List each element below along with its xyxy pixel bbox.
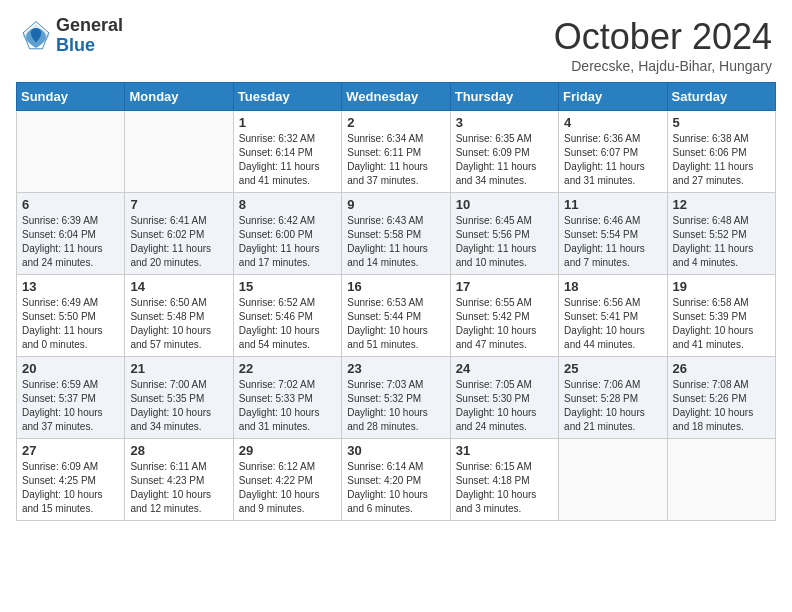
calendar-cell: 23Sunrise: 7:03 AMSunset: 5:32 PMDayligh… — [342, 357, 450, 439]
day-info: Sunrise: 6:32 AMSunset: 6:14 PMDaylight:… — [239, 132, 336, 188]
week-row-4: 20Sunrise: 6:59 AMSunset: 5:37 PMDayligh… — [17, 357, 776, 439]
week-row-3: 13Sunrise: 6:49 AMSunset: 5:50 PMDayligh… — [17, 275, 776, 357]
page-header: General Blue October 2024 Derecske, Hajd… — [0, 0, 792, 82]
weekday-header-thursday: Thursday — [450, 83, 558, 111]
day-info: Sunrise: 6:11 AMSunset: 4:23 PMDaylight:… — [130, 460, 227, 516]
day-info: Sunrise: 6:12 AMSunset: 4:22 PMDaylight:… — [239, 460, 336, 516]
calendar-cell — [125, 111, 233, 193]
calendar-cell: 11Sunrise: 6:46 AMSunset: 5:54 PMDayligh… — [559, 193, 667, 275]
day-info: Sunrise: 6:42 AMSunset: 6:00 PMDaylight:… — [239, 214, 336, 270]
week-row-1: 1Sunrise: 6:32 AMSunset: 6:14 PMDaylight… — [17, 111, 776, 193]
day-number: 13 — [22, 279, 119, 294]
week-row-2: 6Sunrise: 6:39 AMSunset: 6:04 PMDaylight… — [17, 193, 776, 275]
day-number: 3 — [456, 115, 553, 130]
title-area: October 2024 Derecske, Hajdu-Bihar, Hung… — [554, 16, 772, 74]
day-number: 16 — [347, 279, 444, 294]
day-info: Sunrise: 6:56 AMSunset: 5:41 PMDaylight:… — [564, 296, 661, 352]
calendar-cell: 10Sunrise: 6:45 AMSunset: 5:56 PMDayligh… — [450, 193, 558, 275]
calendar-cell: 30Sunrise: 6:14 AMSunset: 4:20 PMDayligh… — [342, 439, 450, 521]
calendar-cell — [559, 439, 667, 521]
calendar-cell: 13Sunrise: 6:49 AMSunset: 5:50 PMDayligh… — [17, 275, 125, 357]
day-info: Sunrise: 6:14 AMSunset: 4:20 PMDaylight:… — [347, 460, 444, 516]
day-number: 10 — [456, 197, 553, 212]
day-number: 27 — [22, 443, 119, 458]
day-info: Sunrise: 6:09 AMSunset: 4:25 PMDaylight:… — [22, 460, 119, 516]
calendar-cell: 19Sunrise: 6:58 AMSunset: 5:39 PMDayligh… — [667, 275, 775, 357]
calendar-cell — [667, 439, 775, 521]
calendar-cell: 17Sunrise: 6:55 AMSunset: 5:42 PMDayligh… — [450, 275, 558, 357]
day-info: Sunrise: 6:35 AMSunset: 6:09 PMDaylight:… — [456, 132, 553, 188]
day-number: 31 — [456, 443, 553, 458]
day-info: Sunrise: 6:36 AMSunset: 6:07 PMDaylight:… — [564, 132, 661, 188]
calendar-table: SundayMondayTuesdayWednesdayThursdayFrid… — [16, 82, 776, 521]
calendar-cell: 15Sunrise: 6:52 AMSunset: 5:46 PMDayligh… — [233, 275, 341, 357]
day-info: Sunrise: 6:39 AMSunset: 6:04 PMDaylight:… — [22, 214, 119, 270]
calendar-cell: 8Sunrise: 6:42 AMSunset: 6:00 PMDaylight… — [233, 193, 341, 275]
calendar-cell: 7Sunrise: 6:41 AMSunset: 6:02 PMDaylight… — [125, 193, 233, 275]
calendar-cell: 24Sunrise: 7:05 AMSunset: 5:30 PMDayligh… — [450, 357, 558, 439]
calendar-cell: 6Sunrise: 6:39 AMSunset: 6:04 PMDaylight… — [17, 193, 125, 275]
calendar-cell: 22Sunrise: 7:02 AMSunset: 5:33 PMDayligh… — [233, 357, 341, 439]
day-number: 17 — [456, 279, 553, 294]
day-info: Sunrise: 6:53 AMSunset: 5:44 PMDaylight:… — [347, 296, 444, 352]
calendar-cell: 27Sunrise: 6:09 AMSunset: 4:25 PMDayligh… — [17, 439, 125, 521]
calendar-cell: 12Sunrise: 6:48 AMSunset: 5:52 PMDayligh… — [667, 193, 775, 275]
day-info: Sunrise: 7:00 AMSunset: 5:35 PMDaylight:… — [130, 378, 227, 434]
calendar-cell: 9Sunrise: 6:43 AMSunset: 5:58 PMDaylight… — [342, 193, 450, 275]
day-number: 14 — [130, 279, 227, 294]
calendar-cell — [17, 111, 125, 193]
calendar-cell: 25Sunrise: 7:06 AMSunset: 5:28 PMDayligh… — [559, 357, 667, 439]
logo: General Blue — [20, 16, 123, 56]
day-number: 12 — [673, 197, 770, 212]
month-title: October 2024 — [554, 16, 772, 58]
logo-general: General — [56, 16, 123, 36]
day-number: 6 — [22, 197, 119, 212]
day-info: Sunrise: 6:41 AMSunset: 6:02 PMDaylight:… — [130, 214, 227, 270]
calendar-cell: 26Sunrise: 7:08 AMSunset: 5:26 PMDayligh… — [667, 357, 775, 439]
day-number: 19 — [673, 279, 770, 294]
day-info: Sunrise: 6:52 AMSunset: 5:46 PMDaylight:… — [239, 296, 336, 352]
day-info: Sunrise: 7:06 AMSunset: 5:28 PMDaylight:… — [564, 378, 661, 434]
day-number: 29 — [239, 443, 336, 458]
day-info: Sunrise: 7:02 AMSunset: 5:33 PMDaylight:… — [239, 378, 336, 434]
day-info: Sunrise: 6:59 AMSunset: 5:37 PMDaylight:… — [22, 378, 119, 434]
day-number: 20 — [22, 361, 119, 376]
day-info: Sunrise: 6:34 AMSunset: 6:11 PMDaylight:… — [347, 132, 444, 188]
day-number: 24 — [456, 361, 553, 376]
day-number: 21 — [130, 361, 227, 376]
calendar-cell: 3Sunrise: 6:35 AMSunset: 6:09 PMDaylight… — [450, 111, 558, 193]
day-number: 25 — [564, 361, 661, 376]
weekday-header-row: SundayMondayTuesdayWednesdayThursdayFrid… — [17, 83, 776, 111]
day-number: 26 — [673, 361, 770, 376]
logo-blue: Blue — [56, 36, 123, 56]
day-number: 7 — [130, 197, 227, 212]
weekday-header-friday: Friday — [559, 83, 667, 111]
weekday-header-monday: Monday — [125, 83, 233, 111]
day-info: Sunrise: 6:48 AMSunset: 5:52 PMDaylight:… — [673, 214, 770, 270]
calendar-wrapper: SundayMondayTuesdayWednesdayThursdayFrid… — [0, 82, 792, 521]
day-info: Sunrise: 6:38 AMSunset: 6:06 PMDaylight:… — [673, 132, 770, 188]
calendar-cell: 4Sunrise: 6:36 AMSunset: 6:07 PMDaylight… — [559, 111, 667, 193]
day-info: Sunrise: 7:05 AMSunset: 5:30 PMDaylight:… — [456, 378, 553, 434]
day-number: 5 — [673, 115, 770, 130]
day-info: Sunrise: 6:15 AMSunset: 4:18 PMDaylight:… — [456, 460, 553, 516]
calendar-cell: 31Sunrise: 6:15 AMSunset: 4:18 PMDayligh… — [450, 439, 558, 521]
day-info: Sunrise: 7:08 AMSunset: 5:26 PMDaylight:… — [673, 378, 770, 434]
weekday-header-tuesday: Tuesday — [233, 83, 341, 111]
calendar-cell: 29Sunrise: 6:12 AMSunset: 4:22 PMDayligh… — [233, 439, 341, 521]
calendar-cell: 28Sunrise: 6:11 AMSunset: 4:23 PMDayligh… — [125, 439, 233, 521]
weekday-header-sunday: Sunday — [17, 83, 125, 111]
day-number: 15 — [239, 279, 336, 294]
day-number: 18 — [564, 279, 661, 294]
calendar-cell: 18Sunrise: 6:56 AMSunset: 5:41 PMDayligh… — [559, 275, 667, 357]
day-number: 4 — [564, 115, 661, 130]
calendar-cell: 1Sunrise: 6:32 AMSunset: 6:14 PMDaylight… — [233, 111, 341, 193]
logo-icon — [20, 20, 52, 52]
location: Derecske, Hajdu-Bihar, Hungary — [554, 58, 772, 74]
day-info: Sunrise: 6:55 AMSunset: 5:42 PMDaylight:… — [456, 296, 553, 352]
calendar-cell: 21Sunrise: 7:00 AMSunset: 5:35 PMDayligh… — [125, 357, 233, 439]
day-number: 23 — [347, 361, 444, 376]
weekday-header-saturday: Saturday — [667, 83, 775, 111]
day-number: 30 — [347, 443, 444, 458]
calendar-cell: 5Sunrise: 6:38 AMSunset: 6:06 PMDaylight… — [667, 111, 775, 193]
